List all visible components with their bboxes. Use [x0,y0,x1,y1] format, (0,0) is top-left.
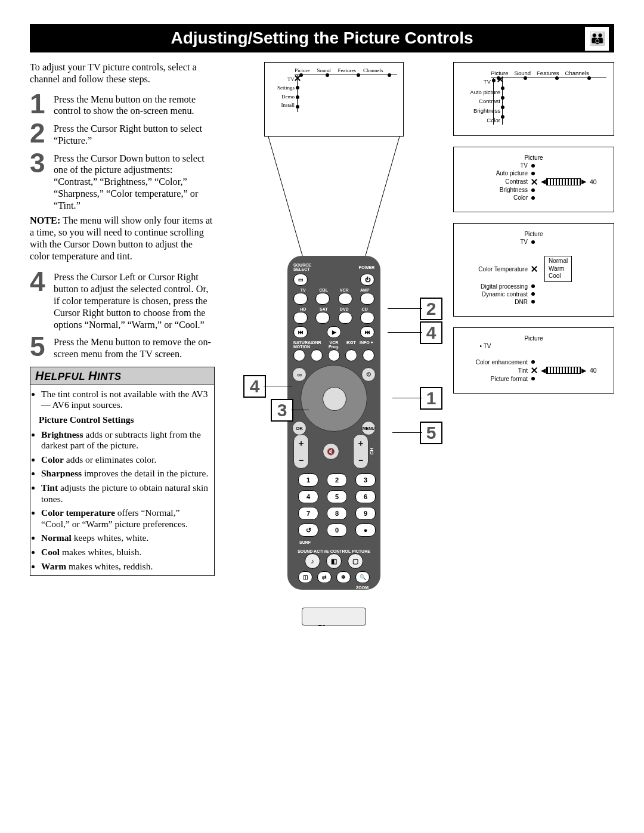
remote-diagram: SOURCE SELECT POWER ▭ ⏻ TV CBL VCR AMP [225,137,442,602]
remote-rec-button[interactable]: ● [355,524,376,537]
remote-dpad[interactable] [301,365,367,432]
remote-surf-button[interactable]: ↺ [298,524,318,537]
remote-num-3[interactable]: 3 [355,473,376,487]
middle-column: Picture Sound Features Channels TV Setti… [225,62,442,602]
remote-vcrprog-button[interactable] [328,349,340,361]
callout-4-left: 4 [243,375,266,398]
remote-label-power: POWER [350,265,374,270]
remote-num-9[interactable]: 9 [355,507,376,520]
remote-mute-button[interactable]: 🔇 [323,443,339,460]
right-column: Picture Sound Features Channels TV [453,62,614,602]
remote-ir-window [302,608,366,625]
remote-ok-button[interactable]: OK [292,421,306,435]
osd-tab-channels: Channels [363,67,383,73]
intro-text: To adjust your TV picture controls, sele… [30,62,215,86]
hint-brightness: Brightness adds or subtracts light from … [41,429,210,451]
remote-num-0[interactable]: 0 [327,524,347,537]
callout-5: 5 [420,422,442,444]
tint-slider: ◀▶ [541,367,586,374]
remote-nm-button[interactable] [293,349,305,361]
remote-num-4[interactable]: 4 [298,490,318,503]
remote-brand: PHILIPS [293,596,374,604]
color-temp-options: Normal Warm Cool [544,256,572,282]
remote-num-7[interactable]: 7 [298,507,318,520]
callout-3: 3 [271,399,293,422]
remote-ch-label: CH [370,448,374,455]
osd-snapshot-3: Picture TV Color Temperature Normal Warm… [453,223,614,317]
hint-color: Color adds or eliminates color. [41,454,210,466]
remote-menu-button[interactable]: MENU [361,421,376,435]
remote-vcr-button[interactable] [338,293,352,305]
hint-warm: Warm makes whites, reddish. [41,561,210,572]
remote-info-button[interactable] [363,349,374,361]
hint-color-temp: Color temperature offers “Normal,” “Cool… [41,507,210,529]
step-5: 5 Press the Menu button to remove the on… [30,335,215,361]
step-number-4: 4 [30,270,54,294]
remote-dnr-button[interactable] [311,349,323,361]
svg-line-0 [268,137,304,262]
remote-swap-button[interactable]: ⇄ [317,571,332,583]
remote-control: SOURCE SELECT POWER ▭ ⏻ TV CBL VCR AMP [287,256,380,590]
remote-timer-button[interactable]: ⏲ [361,367,376,382]
remote-zoom-button[interactable]: 🔍 [355,571,370,583]
osd-snapshot-4: Picture • TV Color enhancement Tint ◀▶ 4… [453,327,614,394]
remote-freeze-button[interactable]: ❄ [336,571,351,583]
remote-hd-button[interactable] [293,312,308,324]
step-number-1: 1 [30,92,54,116]
remote-channel-rocker[interactable]: ＋− [353,434,369,469]
step-3-text: Press the Cursor Down button to select o… [54,151,215,212]
remote-sound-button[interactable]: ♪ [305,553,320,569]
remote-label-source: SOURCE SELECT [293,263,326,271]
page-title: Adjusting/Setting the Picture Controls [171,29,473,47]
remote-tv-button[interactable] [293,293,308,305]
note-label: NOTE: [30,215,60,226]
remote-volume-rocker[interactable]: ＋− [293,434,309,469]
hint-cool: Cool makes whites, bluish. [41,547,210,558]
manual-section-icon: 👪 [584,26,609,51]
step-4-text: Press the Cursor Left or Cursor Right bu… [54,270,215,331]
step-number-2: 2 [30,121,54,145]
osd-tabs: Picture Sound Features Channels [295,67,400,73]
remote-rewind-button[interactable]: ⏮ [293,326,308,338]
remote-power-button[interactable]: ⏻ [360,274,374,286]
remote-num-2[interactable]: 2 [327,473,347,487]
page-title-bar: Adjusting/Setting the Picture Controls 👪 [30,24,614,52]
osd-tab-features: Features [338,67,357,73]
remote-ffwd-button[interactable]: ⏭ [360,326,374,338]
hint-tint: Tint adjusts the picture to obtain natur… [41,482,210,504]
remote-cd-button[interactable] [360,312,374,324]
step-1: 1 Press the Menu button on the remote co… [30,92,215,118]
osd-tab-sound: Sound [317,67,331,73]
step-1-text: Press the Menu button on the remote cont… [54,92,215,118]
remote-bottom-labels: SOUND ACTIVE CONTROL PICTURE [293,549,374,553]
remote-pip-button[interactable]: ◫ [298,571,312,583]
step-4: 4 Press the Cursor Left or Cursor Right … [30,270,215,331]
remote-num-1[interactable]: 1 [298,473,318,487]
remote-exit-button[interactable] [345,349,357,361]
osd-snapshot-2: Picture TV Auto picture Contrast ◀▶ 40 B… [453,147,614,212]
remote-num-5[interactable]: 5 [327,490,347,503]
remote-dvd-button[interactable] [338,312,352,324]
remote-play-button[interactable]: ▶ [327,326,341,338]
osd-item-tv: TV [268,75,295,83]
remote-cbl-button[interactable] [315,293,330,305]
remote-amp-button[interactable] [360,293,374,305]
helpful-hints-header: HELPFUL HINTS [30,367,214,385]
remote-num-8[interactable]: 8 [327,507,347,520]
remote-source-button[interactable]: ▭ [293,274,308,286]
remote-active-control-button[interactable]: ◧ [326,553,342,569]
callout-2: 2 [420,298,442,320]
osd-tab-picture: Picture [295,67,310,73]
contrast-slider: ◀▶ [541,178,586,185]
remote-num-6[interactable]: 6 [355,490,376,503]
osd-snapshot-1: Picture Sound Features Channels TV [453,62,614,136]
step-2: 2 Press the Cursor Right button to selec… [30,121,215,147]
remote-cc-button[interactable]: ㏄ [292,367,306,382]
step-number-3: 3 [30,151,54,175]
remote-picture-button[interactable]: ▢ [348,553,363,569]
osd-item-demo: Demo [268,92,295,101]
step-2-text: Press the Cursor Right button to select … [54,121,215,147]
remote-zoom-label: ZOOM [293,586,369,590]
remote-sat-button[interactable] [315,312,330,324]
remote-dpad-center[interactable] [323,387,346,411]
